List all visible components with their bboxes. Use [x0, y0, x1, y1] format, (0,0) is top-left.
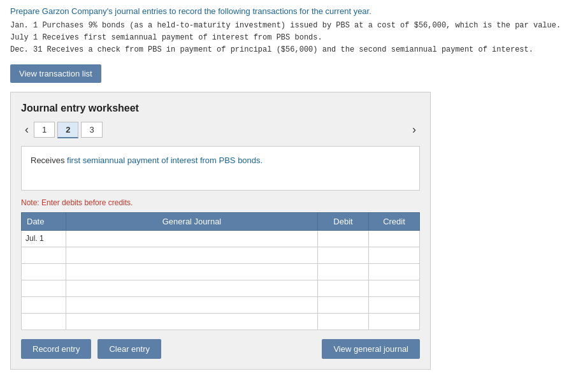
- credit-input-3[interactable]: [371, 265, 417, 278]
- col-header-credit: Credit: [369, 212, 420, 230]
- journal-input-4[interactable]: [69, 282, 315, 294]
- journal-input-2[interactable]: [69, 249, 315, 261]
- credit-cell-2[interactable]: [369, 247, 420, 263]
- journal-input-3[interactable]: [69, 265, 315, 278]
- next-tab-button[interactable]: ›: [408, 123, 420, 136]
- description-highlight: first semiannual payment of interest fro…: [67, 156, 263, 165]
- credit-input-6[interactable]: [371, 315, 417, 328]
- credit-cell-4[interactable]: [369, 280, 420, 296]
- tab-2[interactable]: 2: [57, 122, 78, 138]
- table-row: [22, 247, 420, 263]
- journal-cell-5[interactable]: [66, 296, 318, 313]
- journal-cell-1[interactable]: [66, 230, 318, 247]
- journal-input-6[interactable]: [69, 315, 315, 328]
- table-row: Jul. 1: [22, 230, 420, 247]
- credit-input-4[interactable]: [371, 282, 417, 294]
- debit-input-5[interactable]: [320, 298, 366, 311]
- date-cell-6: [22, 313, 66, 330]
- journal-cell-6[interactable]: [66, 313, 318, 330]
- debit-input-4[interactable]: [320, 282, 366, 294]
- debit-cell-5[interactable]: [318, 296, 369, 313]
- credit-cell-5[interactable]: [369, 296, 420, 313]
- date-cell-4: [22, 280, 66, 296]
- table-row: [22, 263, 420, 280]
- debit-cell-1[interactable]: [318, 230, 369, 247]
- journal-cell-4[interactable]: [66, 280, 318, 296]
- view-general-journal-button[interactable]: View general journal: [322, 339, 420, 359]
- transaction-description: Receives first semiannual payment of int…: [21, 146, 420, 191]
- journal-input-1[interactable]: [69, 232, 315, 245]
- prev-tab-button[interactable]: ‹: [21, 123, 32, 136]
- col-header-date: Date: [22, 212, 66, 230]
- debit-cell-6[interactable]: [318, 313, 369, 330]
- debit-cell-4[interactable]: [318, 280, 369, 296]
- view-transaction-list-button[interactable]: View transaction list: [10, 64, 101, 83]
- journal-entry-table: Date General Journal Debit Credit Jul. 1: [21, 212, 420, 330]
- date-cell-3: [22, 263, 66, 280]
- date-cell-1: Jul. 1: [22, 230, 66, 247]
- table-row: [22, 296, 420, 313]
- credit-input-5[interactable]: [371, 298, 417, 311]
- date-cell-5: [22, 296, 66, 313]
- instructions-title: Prepare Garzon Company's journal entries…: [10, 6, 566, 16]
- tab-3[interactable]: 3: [81, 122, 102, 138]
- journal-cell-2[interactable]: [66, 247, 318, 263]
- note-text: Note: Enter debits before credits.: [21, 198, 420, 207]
- record-entry-button[interactable]: Record entry: [21, 339, 91, 359]
- debit-input-2[interactable]: [320, 249, 366, 261]
- col-header-general-journal: General Journal: [66, 212, 318, 230]
- credit-input-1[interactable]: [371, 232, 417, 245]
- tab-navigation: ‹ 1 2 3 ›: [21, 122, 420, 138]
- credit-cell-1[interactable]: [369, 230, 420, 247]
- transaction-line-1: Jan. 1 Purchases 9% bonds (as a held-to-…: [10, 20, 566, 32]
- clear-entry-button[interactable]: Clear entry: [97, 339, 161, 359]
- action-buttons: Record entry Clear entry View general jo…: [21, 339, 420, 359]
- journal-input-5[interactable]: [69, 298, 315, 311]
- debit-cell-3[interactable]: [318, 263, 369, 280]
- tab-1[interactable]: 1: [34, 122, 55, 138]
- credit-input-2[interactable]: [371, 249, 417, 261]
- debit-input-3[interactable]: [320, 265, 366, 278]
- credit-cell-3[interactable]: [369, 263, 420, 280]
- worksheet-title: Journal entry worksheet: [21, 103, 420, 114]
- col-header-debit: Debit: [318, 212, 369, 230]
- credit-cell-6[interactable]: [369, 313, 420, 330]
- debit-input-1[interactable]: [320, 232, 366, 245]
- table-row: [22, 280, 420, 296]
- journal-cell-3[interactable]: [66, 263, 318, 280]
- transactions-block: Jan. 1 Purchases 9% bonds (as a held-to-…: [10, 20, 566, 57]
- debit-cell-2[interactable]: [318, 247, 369, 263]
- debit-input-6[interactable]: [320, 315, 366, 328]
- journal-entry-worksheet: Journal entry worksheet ‹ 1 2 3 › Receiv…: [10, 92, 431, 370]
- date-cell-2: [22, 247, 66, 263]
- table-row: [22, 313, 420, 330]
- transaction-line-3: Dec. 31 Receives a check from PBS in pay…: [10, 44, 566, 56]
- transaction-line-2: July 1 Receives first semiannual payment…: [10, 32, 566, 44]
